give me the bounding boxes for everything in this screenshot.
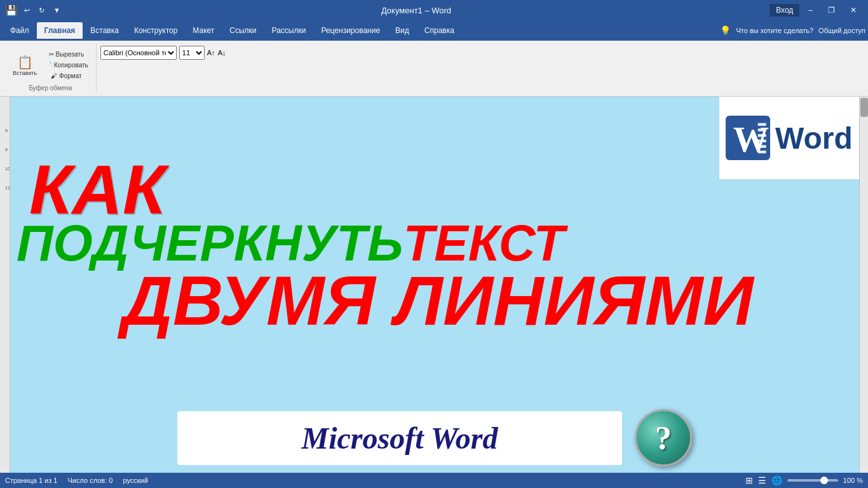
qat-dropdown-button[interactable]: ▼ [51, 5, 63, 15]
restore-button[interactable]: ❐ [822, 3, 841, 17]
word-count: Число слов: 0 [67, 477, 112, 484]
font-family-select[interactable]: Calibri (Основной текст) [100, 46, 177, 60]
bottom-section: Microsoft Word ? [10, 403, 859, 473]
zoom-percent: 100 % [843, 477, 863, 484]
copy-icon: 📄 Копировать [44, 62, 88, 69]
scroll-thumb[interactable] [860, 98, 868, 117]
format-painter-icon: 🖌 Формат [51, 72, 81, 79]
paste-button[interactable]: 📋 Вставить [10, 53, 39, 78]
clipboard-group: 📋 Вставить ✂ Вырезать 📄 Копировать 🖌 Фор… [5, 43, 97, 93]
cut-button[interactable]: ✂ Вырезать [42, 50, 91, 59]
title-bar: 💾 ↩ ↻ ▼ Документ1 – Word Вход – ❐ ✕ [0, 0, 868, 20]
tab-help[interactable]: Справка [417, 22, 462, 39]
tab-layout[interactable]: Макет [185, 22, 222, 39]
tell-me-input[interactable]: Что вы хотите сделать? [736, 27, 813, 34]
tab-home[interactable]: Главная [37, 22, 83, 39]
shrink-font-button[interactable]: A↓ [218, 49, 226, 57]
headline-kak: КАК [17, 154, 859, 224]
save-icon[interactable]: 💾 [5, 4, 18, 17]
window-title: Документ1 – Word [63, 6, 770, 15]
headline-dvumya: ДВУМЯ ЛИНИЯМИ [17, 266, 859, 336]
ms-word-label: Microsoft Word [302, 421, 498, 455]
zoom-thumb [820, 477, 828, 484]
print-layout-button[interactable]: ⊞ [745, 475, 753, 485]
tab-design[interactable]: Конструктор [126, 22, 185, 39]
ms-word-box: Microsoft Word [177, 411, 622, 465]
copy-button[interactable]: 📄 Копировать [42, 60, 91, 70]
grow-font-button[interactable]: A↑ [207, 49, 215, 57]
status-bar: Страница 1 из 1 Число слов: 0 русский ⊞ … [0, 473, 868, 488]
sign-in-button[interactable]: Вход [770, 4, 799, 17]
web-layout-button[interactable]: 🌐 [771, 475, 782, 485]
main-area: 8 9 10 11 W Word [0, 97, 868, 473]
cut-icon: ✂ Вырезать [49, 51, 84, 58]
tab-mailings[interactable]: Рассылки [264, 22, 314, 39]
font-group: Calibri (Основной текст) 11 A↑ A↓ [98, 43, 863, 62]
read-mode-button[interactable]: ☰ [758, 475, 766, 485]
tab-insert[interactable]: Вставка [83, 22, 126, 39]
vertical-ruler: 8 9 10 11 [0, 97, 10, 473]
title-bar-left: 💾 ↩ ↻ ▼ [5, 4, 63, 17]
tab-view[interactable]: Вид [388, 22, 417, 39]
title-bar-right: Вход – ❐ ✕ [770, 3, 863, 17]
tab-file[interactable]: Файл [3, 22, 37, 39]
help-button[interactable]: ? [635, 409, 692, 466]
redo-button[interactable]: ↻ [36, 5, 47, 16]
ribbon-toolbar: 📋 Вставить ✂ Вырезать 📄 Копировать 🖌 Фор… [0, 41, 868, 97]
clipboard-group-content: 📋 Вставить ✂ Вырезать 📄 Копировать 🖌 Фор… [10, 43, 91, 85]
page-info: Страница 1 из 1 [5, 477, 57, 484]
format-painter-button[interactable]: 🖌 Формат [42, 71, 91, 81]
ribbon-tabs: Файл Главная Вставка Конструктор Макет С… [0, 20, 868, 41]
status-bar-left: Страница 1 из 1 Число слов: 0 русский [5, 477, 148, 484]
help-icon: ? [655, 419, 672, 457]
document-area: W Word КАК ПОДЧЕРКНУТЬ ТЕКСТ ДВУМЯ [10, 97, 859, 473]
font-size-select[interactable]: 11 [179, 46, 205, 60]
lightbulb-icon: 💡 [720, 25, 731, 36]
language: русский [123, 477, 147, 484]
ribbon-right: 💡 Что вы хотите сделать? Общий доступ [720, 25, 865, 36]
paste-icon: 📋 [17, 55, 33, 70]
zoom-slider[interactable] [787, 479, 838, 482]
minimize-button[interactable]: – [802, 3, 819, 17]
undo-button[interactable]: ↩ [22, 5, 32, 16]
vertical-scrollbar[interactable] [859, 97, 868, 473]
clipboard-label: Буфер обмена [29, 85, 72, 93]
status-bar-right: ⊞ ☰ 🌐 100 % [745, 475, 863, 485]
thumbnail-content: КАК ПОДЧЕРКНУТЬ ТЕКСТ ДВУМЯ ЛИНИЯМИ [10, 97, 859, 403]
share-button[interactable]: Общий доступ [818, 27, 865, 34]
tab-references[interactable]: Ссылки [222, 22, 264, 39]
tab-review[interactable]: Рецензирование [313, 22, 388, 39]
close-button[interactable]: ✕ [844, 3, 863, 17]
